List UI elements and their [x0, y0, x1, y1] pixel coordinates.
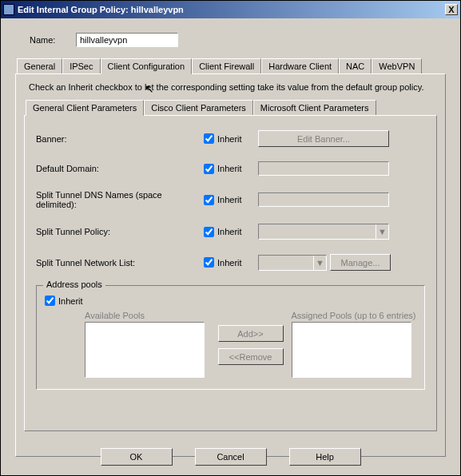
assigned-pools-listbox — [292, 322, 411, 378]
split-dns-input — [258, 192, 389, 207]
tab-general[interactable]: General — [17, 58, 62, 73]
tab-client-firewall[interactable]: Client Firewall — [192, 58, 261, 73]
content-area: Name: General IPSec Client Configuration… — [1, 18, 460, 462]
row-split-policy: Split Tunnel Policy: Inherit ▼ — [36, 224, 425, 240]
tab-hardware-client[interactable]: Hardware Client — [261, 58, 339, 73]
window-title: Edit Internal Group Policy: hillvalleyvp… — [18, 5, 445, 14]
subtab-cisco-client[interactable]: Cisco Client Parameters — [144, 100, 253, 115]
ok-button[interactable]: OK — [101, 448, 173, 466]
pool-buttons: Add>> <<Remove — [210, 311, 292, 365]
app-icon — [3, 4, 14, 15]
remove-pool-button: <<Remove — [218, 348, 284, 365]
available-pools-listbox — [85, 322, 205, 378]
cancel-button[interactable]: Cancel — [195, 448, 267, 466]
banner-label: Banner: — [36, 134, 204, 144]
row-split-netlist: Split Tunnel Network List: Inherit ▼ Man… — [36, 254, 425, 271]
default-domain-input — [258, 161, 389, 176]
pools-row: Available Pools Add>> <<Remove Assigned … — [45, 311, 416, 378]
tab-panel: Check an Inherit checkbox to let the cor… — [15, 73, 446, 457]
name-row: Name: — [30, 33, 446, 47]
available-pools-label: Available Pools — [85, 311, 210, 320]
address-pools-legend: Address pools — [43, 280, 105, 289]
tab-client-configuration[interactable]: Client Configuration — [101, 58, 193, 74]
pools-inherit-label: Inherit — [58, 296, 83, 306]
split-policy-inherit-label: Inherit — [217, 227, 242, 236]
manage-button: Manage... — [330, 254, 391, 271]
split-netlist-label: Split Tunnel Network List: — [36, 258, 204, 268]
edit-banner-button: Edit Banner... — [258, 130, 389, 147]
split-policy-select: ▼ — [258, 224, 389, 240]
close-icon: X — [448, 5, 454, 14]
name-label: Name: — [30, 35, 76, 45]
split-policy-label: Split Tunnel Policy: — [36, 227, 204, 236]
default-domain-inherit-checkbox[interactable] — [204, 164, 214, 174]
split-netlist-inherit-checkbox[interactable] — [204, 257, 214, 268]
banner-inherit-label: Inherit — [217, 134, 242, 144]
help-button[interactable]: Help — [289, 448, 361, 466]
row-split-dns: Split Tunnel DNS Names (space delimited)… — [36, 190, 425, 209]
banner-inherit-checkbox[interactable] — [204, 133, 214, 144]
inherit-hint: Check an Inherit checkbox to let the cor… — [29, 82, 434, 92]
name-input[interactable] — [76, 33, 178, 47]
split-dns-label: Split Tunnel DNS Names (space delimited)… — [36, 190, 204, 209]
chevron-down-icon: ▼ — [313, 256, 326, 270]
dialog-buttons: OK Cancel Help — [1, 448, 460, 466]
add-pool-button: Add>> — [218, 325, 284, 342]
chevron-down-icon: ▼ — [376, 224, 388, 239]
tab-ipsec[interactable]: IPSec — [62, 58, 100, 73]
row-banner: Banner: Inherit Edit Banner... — [36, 130, 425, 147]
split-netlist-select: ▼ — [258, 255, 327, 271]
sub-tabstrip: General Client Parameters Cisco Client P… — [26, 100, 437, 115]
pools-inherit-checkbox[interactable] — [45, 296, 55, 306]
default-domain-label: Default Domain: — [36, 164, 204, 173]
tab-nac[interactable]: NAC — [339, 58, 372, 73]
default-domain-inherit-label: Inherit — [217, 164, 242, 173]
split-netlist-inherit-label: Inherit — [217, 258, 242, 268]
row-default-domain: Default Domain: Inherit — [36, 161, 425, 176]
subtab-general-client[interactable]: General Client Parameters — [26, 100, 144, 116]
titlebar: Edit Internal Group Policy: hillvalleyvp… — [1, 1, 460, 18]
split-dns-inherit-checkbox[interactable] — [204, 195, 214, 205]
split-policy-inherit-checkbox[interactable] — [204, 227, 214, 237]
address-pools-fieldset: Address pools Inherit Available Pools Ad… — [36, 285, 425, 390]
split-dns-inherit-label: Inherit — [217, 195, 242, 204]
sub-panel: Banner: Inherit Edit Banner... Default D… — [24, 115, 437, 431]
assigned-pools-label: Assigned Pools (up to 6 entries) — [292, 311, 417, 320]
subtab-microsoft-client[interactable]: Microsoft Client Parameters — [253, 100, 376, 115]
tab-webvpn[interactable]: WebVPN — [372, 58, 422, 73]
close-button[interactable]: X — [445, 4, 458, 15]
main-tabstrip: General IPSec Client Configuration Clien… — [17, 58, 446, 73]
dialog-window: Edit Internal Group Policy: hillvalleyvp… — [0, 0, 461, 476]
